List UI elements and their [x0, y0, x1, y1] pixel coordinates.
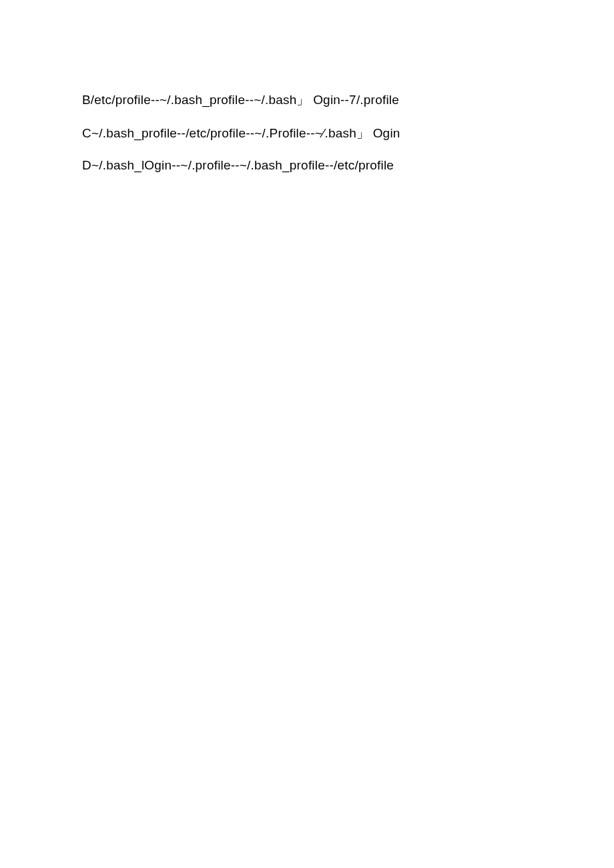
option-d: D~/.bash_lOgin--~/.profile--~/.bash_prof…: [82, 158, 400, 173]
option-b: B/etc/profile--~/.bash_profile--~/.bash」…: [82, 91, 400, 109]
document-content: B/etc/profile--~/.bash_profile--~/.bash」…: [82, 91, 400, 189]
option-c: C~/.bash_profile--/etc/profile--~/.Profi…: [82, 125, 400, 142]
